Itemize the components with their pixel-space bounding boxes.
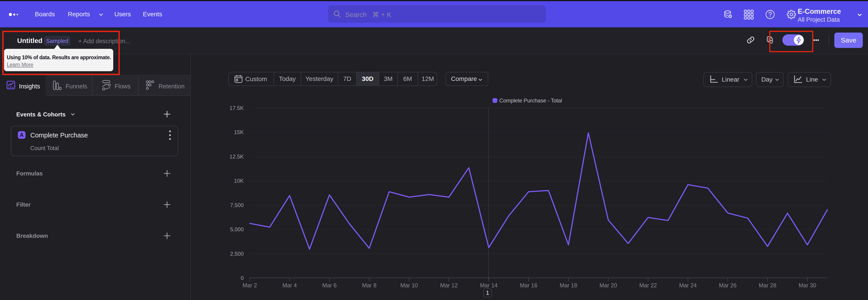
svg-text:Mar 26: Mar 26 (719, 282, 737, 289)
svg-text:Mar 2: Mar 2 (243, 282, 257, 289)
svg-text:Mar 10: Mar 10 (400, 282, 418, 289)
svg-text:17.5K: 17.5K (229, 105, 244, 111)
svg-text:Mar 30: Mar 30 (799, 282, 816, 289)
svg-text:Mar 28: Mar 28 (759, 282, 776, 289)
svg-text:10K: 10K (234, 178, 244, 184)
svg-text:0: 0 (241, 275, 244, 281)
svg-text:Mar 8: Mar 8 (362, 282, 377, 289)
svg-text:7,500: 7,500 (230, 202, 244, 208)
svg-text:Mar 16: Mar 16 (520, 282, 537, 289)
svg-text:Mar 14: Mar 14 (480, 282, 498, 289)
svg-text:Mar 6: Mar 6 (322, 282, 337, 289)
svg-text:15K: 15K (234, 129, 244, 135)
svg-text:Mar 20: Mar 20 (599, 282, 617, 289)
svg-text:Mar 24: Mar 24 (679, 282, 697, 289)
svg-text:Mar 18: Mar 18 (560, 282, 577, 289)
svg-text:2,500: 2,500 (230, 251, 244, 257)
svg-text:Mar 12: Mar 12 (440, 282, 458, 289)
svg-text:12.5K: 12.5K (229, 153, 244, 160)
svg-text:Mar 4: Mar 4 (282, 282, 297, 289)
svg-text:Mar 22: Mar 22 (639, 282, 657, 289)
svg-text:5,000: 5,000 (230, 226, 244, 232)
